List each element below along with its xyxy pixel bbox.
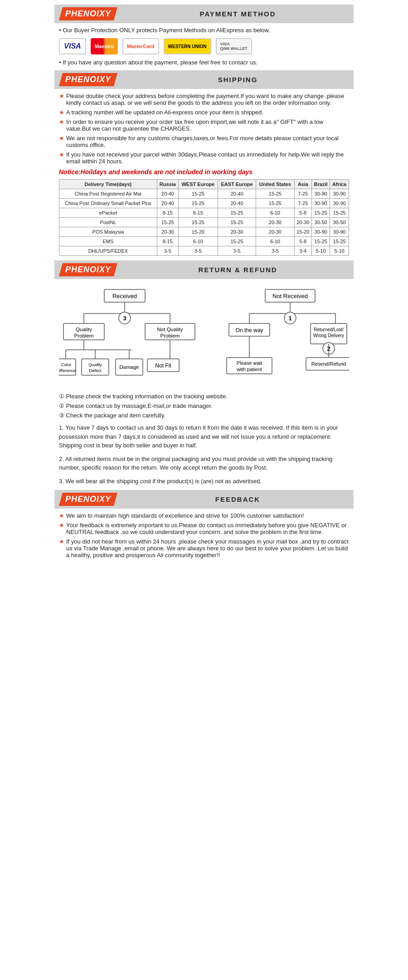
svg-text:Color: Color (61, 362, 72, 367)
svg-text:Please wait: Please wait (237, 360, 262, 366)
svg-text:On the way: On the way (236, 327, 263, 333)
payment-icons: VISA Maestro MasterCard WESTERN UNION VI… (59, 38, 349, 54)
mastercard-icon: MasterCard (122, 38, 159, 54)
svg-text:Resend/Refund: Resend/Refund (311, 361, 346, 367)
section-payment: PHENOIXY PAYMENT METHOD • Our Buyer Prot… (54, 5, 354, 66)
svg-text:Defect: Defect (89, 368, 102, 373)
shipping-item-3: In order to ensure you receive your orde… (59, 118, 349, 132)
svg-text:Wrong Delivery: Wrong Delivery (313, 333, 344, 338)
table-row: EMS8-156-1015-256-105-815-2515-25 (59, 237, 349, 246)
svg-text:difference: difference (59, 368, 76, 373)
feedback-item-1: We aim to maintain high standards of exc… (59, 512, 349, 519)
shipping-notice: Notice:Hoildays and weekends are not inc… (59, 168, 349, 176)
svg-text:Quality: Quality (76, 327, 92, 332)
logo-badge-shipping: PHENOIXY (59, 73, 117, 86)
logo-badge-return: PHENOIXY (59, 263, 117, 276)
svg-text:Not Quality: Not Quality (157, 327, 183, 332)
svg-text:Not Fit: Not Fit (155, 363, 171, 369)
logo-badge-feedback: PHENOIXY (59, 493, 117, 506)
western-union-icon: WESTERN UNION (164, 38, 211, 54)
numbered-items: ① Please check the tracking information … (59, 393, 349, 419)
numbered-item-2: ② Please contact us by massage,E-mail,or… (59, 402, 349, 409)
col-africa: Africa (330, 180, 349, 189)
feedback-title: FEEDBACK (126, 495, 349, 503)
shipping-table: Delivery Time(days) Russia WEST Europe E… (59, 179, 349, 256)
qiwi-icon: VISAQIWI WALLET (216, 38, 252, 54)
policy-items: 1. You have 7 days to contact us and 30 … (59, 423, 349, 485)
section-feedback: PHENOIXY FEEDBACK We aim to maintain hig… (54, 490, 354, 559)
shipping-content: Please double check your address before … (54, 93, 354, 256)
feedback-item-2: Your feedback is extremely important to … (59, 522, 349, 535)
visa-icon: VISA (59, 38, 86, 54)
shipping-title: SHIPPING (126, 76, 349, 83)
return-diagram: Received 3 Quality Problem Not Quality P… (59, 287, 349, 382)
table-row: DHL/UPS/FEDEX3-53-53-53-53-45-105-10 (59, 246, 349, 256)
logo-badge-payment: PHENOIXY (59, 7, 117, 20)
col-brazil: Brazil (311, 180, 330, 189)
policy-item-3: 3. We will bear all the shipping cost if… (59, 477, 349, 486)
col-west-europe: WEST Europe (178, 180, 218, 189)
col-us: United States (256, 180, 294, 189)
policy-item-1: 1. You have 7 days to contact us and 30 … (59, 423, 349, 450)
section-return: PHENOIXY RETURN & REFUND Received 3 Qual… (54, 260, 354, 485)
svg-text:Problem: Problem (160, 333, 180, 338)
svg-text:1: 1 (288, 315, 291, 322)
col-asia: Asia (294, 180, 311, 189)
shipping-item-2: A tracking number will be updated on Ali… (59, 109, 349, 116)
payment-title: PAYMENT METHOD (126, 10, 349, 18)
payment-header: PHENOIXY PAYMENT METHOD (54, 5, 354, 23)
payment-content: • Our Buyer Protection ONLY protects Pay… (54, 27, 354, 66)
policy-item-2: 2. All returned items must be in the ori… (59, 455, 349, 472)
payment-bullet1: • Our Buyer Protection ONLY protects Pay… (59, 27, 349, 34)
svg-text:Not Received: Not Received (272, 293, 308, 299)
svg-text:Problem: Problem (74, 333, 94, 338)
col-russia: Russia (157, 180, 178, 189)
svg-text:Quality: Quality (88, 362, 102, 367)
table-row: ePacket8-158-1515-256-105-815-2515-25 (59, 208, 349, 218)
svg-text:Returned/Lost/: Returned/Lost/ (314, 327, 344, 332)
numbered-item-1: ① Please check the tracking information … (59, 393, 349, 400)
feedback-item-3: If you did not hear from us within 24 ho… (59, 538, 349, 559)
shipping-item-5: If you have not received your parcel wit… (59, 151, 349, 165)
section-shipping: PHENOIXY SHIPPING Please double check yo… (54, 70, 354, 256)
feedback-header: PHENOIXY FEEDBACK (54, 490, 354, 509)
table-row: China Post Ordinary Small Packet Plus20-… (59, 199, 349, 208)
table-row: POS Malaysia20-3015-2020-3020-3015-2030-… (59, 227, 349, 237)
return-header: PHENOIXY RETURN & REFUND (54, 260, 354, 279)
col-east-europe: EAST Europe (218, 180, 256, 189)
return-title: RETURN & REFUND (126, 266, 349, 274)
table-row: PostNL15-2515-2515-2520-3020-3030-5030-5… (59, 218, 349, 227)
svg-text:Received: Received (112, 293, 137, 299)
table-row: China Post Registered Air Mai20-4015-252… (59, 189, 349, 199)
feedback-content: We aim to maintain high standards of exc… (54, 512, 354, 559)
svg-text:3: 3 (123, 315, 126, 322)
maestro-icon: Maestro (91, 38, 118, 54)
svg-text:with patient: with patient (236, 367, 262, 372)
shipping-header: PHENOIXY SHIPPING (54, 70, 354, 89)
shipping-item-4: We are not responsible for any customs c… (59, 135, 349, 148)
numbered-item-3: ③ Check the package and item carefully. (59, 412, 349, 419)
col-delivery: Delivery Time(days) (59, 180, 157, 189)
svg-text:Damage: Damage (119, 364, 139, 370)
payment-bullet2: • If you have any question about the pay… (59, 59, 349, 66)
shipping-item-1: Please double check your address before … (59, 93, 349, 106)
return-content: Received 3 Quality Problem Not Quality P… (54, 283, 354, 485)
